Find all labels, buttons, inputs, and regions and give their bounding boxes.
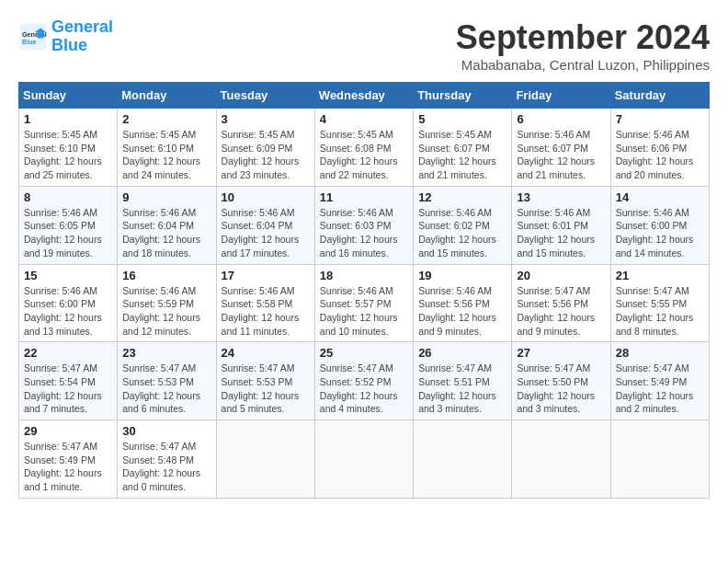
calendar-week-5: 29Sunrise: 5:47 AM Sunset: 5:49 PM Dayli…: [19, 420, 710, 499]
calendar-cell: 12Sunrise: 5:46 AM Sunset: 6:02 PM Dayli…: [414, 186, 512, 264]
calendar-cell: 9Sunrise: 5:46 AM Sunset: 6:04 PM Daylig…: [118, 186, 216, 264]
calendar-cell: 29Sunrise: 5:47 AM Sunset: 5:49 PM Dayli…: [19, 420, 118, 499]
calendar-cell: 2Sunrise: 5:45 AM Sunset: 6:10 PM Daylig…: [118, 109, 216, 187]
day-info: Sunrise: 5:47 AM Sunset: 5:48 PM Dayligh…: [122, 440, 210, 494]
day-number: 30: [122, 424, 210, 438]
day-info: Sunrise: 5:45 AM Sunset: 6:08 PM Dayligh…: [320, 128, 408, 182]
calendar-cell: [216, 420, 314, 499]
day-header-tuesday: Tuesday: [216, 83, 314, 109]
calendar-table: SundayMondayTuesdayWednesdayThursdayFrid…: [18, 82, 710, 499]
day-info: Sunrise: 5:46 AM Sunset: 6:07 PM Dayligh…: [517, 128, 605, 182]
calendar-cell: [314, 420, 413, 499]
day-info: Sunrise: 5:46 AM Sunset: 5:57 PM Dayligh…: [320, 284, 408, 339]
calendar-cell: 5Sunrise: 5:45 AM Sunset: 6:07 PM Daylig…: [414, 109, 512, 187]
day-number: 26: [418, 346, 506, 360]
day-number: 18: [320, 269, 408, 282]
day-header-friday: Friday: [512, 83, 610, 109]
day-number: 13: [517, 190, 605, 204]
day-number: 5: [418, 112, 506, 126]
calendar-cell: 14Sunrise: 5:46 AM Sunset: 6:00 PM Dayli…: [610, 186, 709, 264]
calendar-cell: 10Sunrise: 5:46 AM Sunset: 6:04 PM Dayli…: [216, 186, 314, 264]
day-info: Sunrise: 5:47 AM Sunset: 5:52 PM Dayligh…: [320, 362, 408, 416]
day-info: Sunrise: 5:45 AM Sunset: 6:07 PM Dayligh…: [418, 128, 506, 182]
calendar-week-2: 8Sunrise: 5:46 AM Sunset: 6:05 PM Daylig…: [19, 186, 710, 264]
day-number: 16: [122, 269, 210, 282]
logo-text: GeneralBlue: [51, 18, 113, 55]
day-info: Sunrise: 5:46 AM Sunset: 6:01 PM Dayligh…: [517, 206, 605, 260]
day-info: Sunrise: 5:46 AM Sunset: 6:05 PM Dayligh…: [24, 206, 112, 260]
calendar-week-3: 15Sunrise: 5:46 AM Sunset: 6:00 PM Dayli…: [19, 264, 710, 342]
day-info: Sunrise: 5:47 AM Sunset: 5:54 PM Dayligh…: [24, 362, 112, 416]
day-number: 9: [122, 190, 210, 204]
day-info: Sunrise: 5:47 AM Sunset: 5:53 PM Dayligh…: [122, 362, 210, 416]
day-number: 7: [616, 112, 704, 126]
calendar-cell: 23Sunrise: 5:47 AM Sunset: 5:53 PM Dayli…: [118, 342, 216, 420]
month-year-title: September 2024: [456, 18, 710, 57]
calendar-cell: 8Sunrise: 5:46 AM Sunset: 6:05 PM Daylig…: [19, 186, 118, 264]
calendar-week-4: 22Sunrise: 5:47 AM Sunset: 5:54 PM Dayli…: [19, 342, 710, 420]
calendar-cell: 25Sunrise: 5:47 AM Sunset: 5:52 PM Dayli…: [314, 342, 413, 420]
day-number: 25: [320, 346, 408, 360]
calendar-cell: 3Sunrise: 5:45 AM Sunset: 6:09 PM Daylig…: [216, 109, 314, 187]
calendar-cell: 6Sunrise: 5:46 AM Sunset: 6:07 PM Daylig…: [512, 109, 610, 187]
day-info: Sunrise: 5:47 AM Sunset: 5:49 PM Dayligh…: [24, 440, 112, 494]
calendar-cell: 26Sunrise: 5:47 AM Sunset: 5:51 PM Dayli…: [414, 342, 512, 420]
day-number: 15: [24, 269, 112, 282]
day-info: Sunrise: 5:46 AM Sunset: 5:58 PM Dayligh…: [222, 284, 310, 339]
calendar-cell: 19Sunrise: 5:46 AM Sunset: 5:56 PM Dayli…: [414, 264, 512, 342]
day-number: 22: [24, 346, 112, 360]
day-info: Sunrise: 5:46 AM Sunset: 6:04 PM Dayligh…: [122, 206, 210, 260]
day-number: 23: [122, 346, 210, 360]
calendar-cell: 13Sunrise: 5:46 AM Sunset: 6:01 PM Dayli…: [512, 186, 610, 264]
day-number: 1: [24, 112, 112, 126]
calendar-cell: 7Sunrise: 5:46 AM Sunset: 6:06 PM Daylig…: [610, 109, 709, 187]
day-info: Sunrise: 5:45 AM Sunset: 6:09 PM Dayligh…: [222, 128, 310, 182]
day-number: 10: [222, 190, 310, 204]
calendar-cell: 4Sunrise: 5:45 AM Sunset: 6:08 PM Daylig…: [314, 109, 413, 187]
day-info: Sunrise: 5:46 AM Sunset: 6:00 PM Dayligh…: [24, 284, 112, 339]
day-number: 29: [24, 424, 112, 438]
calendar-cell: [610, 420, 709, 499]
calendar-cell: 17Sunrise: 5:46 AM Sunset: 5:58 PM Dayli…: [216, 264, 314, 342]
calendar-cell: 30Sunrise: 5:47 AM Sunset: 5:48 PM Dayli…: [118, 420, 216, 499]
calendar-cell: 21Sunrise: 5:47 AM Sunset: 5:55 PM Dayli…: [610, 264, 709, 342]
logo: General Blue GeneralBlue: [18, 18, 113, 55]
day-info: Sunrise: 5:47 AM Sunset: 5:49 PM Dayligh…: [616, 362, 704, 416]
day-number: 11: [320, 190, 408, 204]
day-info: Sunrise: 5:47 AM Sunset: 5:53 PM Dayligh…: [222, 362, 310, 416]
day-number: 24: [222, 346, 310, 360]
day-number: 21: [616, 269, 704, 282]
calendar-cell: [414, 420, 512, 499]
day-header-saturday: Saturday: [610, 83, 709, 109]
day-info: Sunrise: 5:47 AM Sunset: 5:50 PM Dayligh…: [517, 362, 605, 416]
calendar-cell: 22Sunrise: 5:47 AM Sunset: 5:54 PM Dayli…: [19, 342, 118, 420]
day-info: Sunrise: 5:45 AM Sunset: 6:10 PM Dayligh…: [122, 128, 210, 182]
day-info: Sunrise: 5:45 AM Sunset: 6:10 PM Dayligh…: [24, 128, 112, 182]
calendar-week-1: 1Sunrise: 5:45 AM Sunset: 6:10 PM Daylig…: [19, 109, 710, 187]
day-number: 28: [616, 346, 704, 360]
calendar-cell: 1Sunrise: 5:45 AM Sunset: 6:10 PM Daylig…: [19, 109, 118, 187]
day-info: Sunrise: 5:46 AM Sunset: 6:03 PM Dayligh…: [320, 206, 408, 260]
calendar-header-row: SundayMondayTuesdayWednesdayThursdayFrid…: [19, 83, 710, 109]
day-info: Sunrise: 5:46 AM Sunset: 6:06 PM Dayligh…: [616, 128, 704, 182]
day-info: Sunrise: 5:47 AM Sunset: 5:55 PM Dayligh…: [616, 284, 704, 339]
calendar-cell: [512, 420, 610, 499]
day-info: Sunrise: 5:47 AM Sunset: 5:51 PM Dayligh…: [418, 362, 506, 416]
day-header-monday: Monday: [118, 83, 216, 109]
day-number: 6: [517, 112, 605, 126]
day-number: 27: [517, 346, 605, 360]
day-number: 8: [24, 190, 112, 204]
day-header-thursday: Thursday: [414, 83, 512, 109]
day-number: 4: [320, 112, 408, 126]
calendar-cell: 20Sunrise: 5:47 AM Sunset: 5:56 PM Dayli…: [512, 264, 610, 342]
calendar-body: 1Sunrise: 5:45 AM Sunset: 6:10 PM Daylig…: [19, 109, 710, 499]
logo-icon: General Blue: [18, 22, 48, 52]
day-info: Sunrise: 5:46 AM Sunset: 6:00 PM Dayligh…: [616, 206, 704, 260]
title-area: September 2024 Mababanaba, Central Luzon…: [456, 18, 710, 73]
day-number: 14: [616, 190, 704, 204]
calendar-cell: 24Sunrise: 5:47 AM Sunset: 5:53 PM Dayli…: [216, 342, 314, 420]
day-number: 12: [418, 190, 506, 204]
calendar-cell: 28Sunrise: 5:47 AM Sunset: 5:49 PM Dayli…: [610, 342, 709, 420]
calendar-cell: 11Sunrise: 5:46 AM Sunset: 6:03 PM Dayli…: [314, 186, 413, 264]
location-subtitle: Mababanaba, Central Luzon, Philippines: [456, 57, 710, 73]
